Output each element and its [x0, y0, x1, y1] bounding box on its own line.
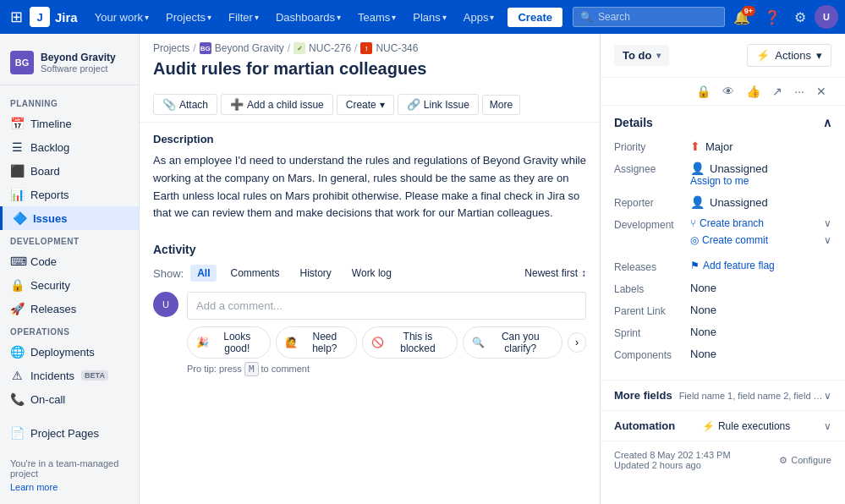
panel-header: To do ▾ ⚡ Actions ▾ [601, 34, 845, 78]
project-name: Beyond Gravity [41, 52, 116, 63]
add-child-issue-button[interactable]: ➕ Add a child issue [221, 94, 333, 115]
filter-all[interactable]: All [190, 265, 217, 282]
comment-input[interactable]: Add a comment... [187, 292, 586, 320]
branch-expand-icon[interactable]: ∨ [824, 217, 831, 229]
attach-icon: 📎 [162, 98, 176, 111]
sidebar-item-project-pages[interactable]: 📄 Project Pages [0, 421, 139, 445]
flag-icon: ⚑ [690, 260, 700, 271]
filter-comments[interactable]: Comments [223, 265, 286, 282]
sidebar-item-oncall[interactable]: 📞 On-call [0, 387, 139, 411]
commenter-avatar: U [153, 292, 178, 317]
breadcrumb-parent-issue[interactable]: ✓ NUC-276 [294, 42, 351, 54]
sidebar-item-code[interactable]: ⌨ Code [0, 249, 139, 273]
create-commit-link[interactable]: ◎ Create commit [690, 234, 768, 246]
quick-reply-looks-good[interactable]: 🎉 Looks good! [187, 326, 271, 359]
oncall-icon: 📞 [10, 392, 24, 406]
main-content: Projects / BG Beyond Gravity / ✓ NUC-276… [140, 34, 600, 504]
releases-row: Releases ⚑ Add feature flag [614, 260, 831, 273]
notifications-button[interactable]: 🔔 9+ [728, 6, 755, 29]
assign-to-me-link[interactable]: Assign to me [690, 175, 831, 187]
right-panel: To do ▾ ⚡ Actions ▾ 🔒 👁 👍 ↗ ··· ✕ Det [600, 34, 845, 504]
sidebar-item-issues[interactable]: 🔷 Issues [0, 206, 139, 230]
chevron-down-icon: ▾ [490, 13, 494, 22]
sidebar-item-label: Security [30, 279, 70, 292]
nav-your-work[interactable]: Your work ▾ [88, 8, 156, 27]
quick-reply-more[interactable]: › [568, 332, 586, 353]
sprint-row: Sprint None [614, 326, 831, 339]
sidebar-item-releases[interactable]: 🚀 Releases [0, 297, 139, 320]
details-title[interactable]: Details ∧ [614, 116, 831, 129]
share-icon[interactable]: ↗ [767, 81, 787, 101]
grid-icon[interactable]: ⊞ [7, 4, 26, 30]
help-button[interactable]: ❓ [759, 6, 786, 29]
nav-projects[interactable]: Projects ▾ [159, 8, 218, 27]
breadcrumb-project[interactable]: BG Beyond Gravity [200, 42, 284, 54]
sidebar-item-security[interactable]: 🔒 Security [0, 273, 139, 297]
avatar[interactable]: U [815, 5, 838, 29]
nav-apps[interactable]: Apps ▾ [457, 8, 502, 27]
more-options-icon[interactable]: ··· [789, 81, 809, 101]
chevron-down-icon: ∨ [824, 420, 831, 432]
create-branch-row: ⑂ Create branch ∨ [690, 217, 831, 229]
close-icon[interactable]: ✕ [811, 81, 831, 101]
sidebar-item-label: On-call [30, 393, 65, 406]
nav-plans[interactable]: Plans ▾ [406, 8, 453, 27]
shortcut-key: M [244, 362, 259, 376]
operations-section-label: OPERATIONS [0, 320, 139, 340]
create-commit-row: ◎ Create commit ∨ [690, 234, 831, 246]
sidebar-item-reports[interactable]: 📊 Reports [0, 183, 139, 206]
link-issue-button[interactable]: 🔗 Link Issue [398, 94, 479, 115]
breadcrumb-projects[interactable]: Projects [153, 42, 189, 54]
more-button[interactable]: More [482, 95, 520, 115]
created-text: Created 8 May 202 1:43 PM [614, 450, 731, 460]
logo[interactable]: J Jira [30, 7, 78, 27]
sidebar-item-board[interactable]: ⬛ Board [0, 159, 139, 183]
sort-newest[interactable]: Newest first ↕ [524, 267, 586, 279]
more-fields-section[interactable]: More fields Field name 1, field name 2, … [601, 381, 845, 410]
sidebar-item-label: Releases [30, 303, 76, 315]
sidebar-project: BG Beyond Gravity Software project [0, 44, 139, 85]
configure-button[interactable]: ⚙ Configure [779, 455, 831, 466]
nav-dashboards[interactable]: Dashboards ▾ [269, 8, 348, 27]
activity-section: Activity Show: All Comments History Work… [140, 233, 600, 385]
attach-button[interactable]: 📎 Attach [153, 94, 217, 115]
sidebar-item-timeline[interactable]: 📅 Timeline [0, 112, 139, 135]
sidebar-item-deployments[interactable]: 🌐 Deployments [0, 340, 139, 364]
sidebar-item-incidents[interactable]: ⚠ Incidents BETA [0, 364, 139, 387]
create-branch-link[interactable]: ⑂ Create branch [690, 217, 764, 229]
create-button[interactable]: Create [508, 8, 562, 27]
chevron-down-icon: ▾ [442, 13, 447, 22]
commit-expand-icon[interactable]: ∨ [824, 234, 831, 246]
issue-actions-bar: 📎 Attach ➕ Add a child issue Create ▾ 🔗 … [140, 87, 600, 123]
more-fields-label: More fields [614, 389, 672, 402]
quick-reply-clarify[interactable]: 🔍 Can you clarify? [463, 326, 562, 359]
settings-button[interactable]: ⚙ [789, 6, 811, 29]
add-feature-flag-link[interactable]: ⚑ Add feature flag [690, 260, 775, 271]
quick-reply-blocked[interactable]: 🚫 This is blocked [362, 326, 457, 359]
thumbs-up-icon[interactable]: 👍 [741, 81, 765, 101]
reporter-row: Reporter 👤 Unassigned [614, 195, 831, 209]
filter-history[interactable]: History [294, 265, 338, 282]
gear-icon: ⚙ [779, 455, 787, 466]
chevron-down-icon: ▾ [656, 51, 661, 60]
sidebar-item-backlog[interactable]: ☰ Backlog [0, 135, 139, 159]
automation-section[interactable]: Automation ⚡ Rule executions ∨ [601, 411, 845, 441]
child-issue-icon: ➕ [230, 98, 244, 111]
nav-filter[interactable]: Filter ▾ [222, 8, 266, 27]
create-button-issue[interactable]: Create ▾ [337, 95, 394, 115]
search-bar[interactable]: 🔍 Search [573, 7, 725, 27]
filter-worklog[interactable]: Work log [345, 265, 398, 282]
quick-reply-need-help[interactable]: 🙋 Need help? [276, 326, 357, 359]
quick-replies: 🎉 Looks good! 🙋 Need help? 🚫 This is blo… [187, 326, 586, 359]
team-managed-notice: You're in a team-managed project [0, 445, 139, 482]
status-button[interactable]: To do ▾ [614, 45, 669, 66]
learn-more-link[interactable]: Learn more [0, 482, 139, 499]
actions-button[interactable]: ⚡ Actions ▾ [747, 44, 831, 67]
issues-icon: 🔷 [13, 211, 26, 225]
lock-icon[interactable]: 🔒 [691, 81, 716, 101]
nav-teams[interactable]: Teams ▾ [351, 8, 403, 27]
lightning-icon: ⚡ [702, 420, 715, 432]
breadcrumb: Projects / BG Beyond Gravity / ✓ NUC-276… [140, 34, 600, 59]
watch-icon[interactable]: 👁 [717, 81, 739, 101]
description-title: Description [153, 133, 586, 145]
